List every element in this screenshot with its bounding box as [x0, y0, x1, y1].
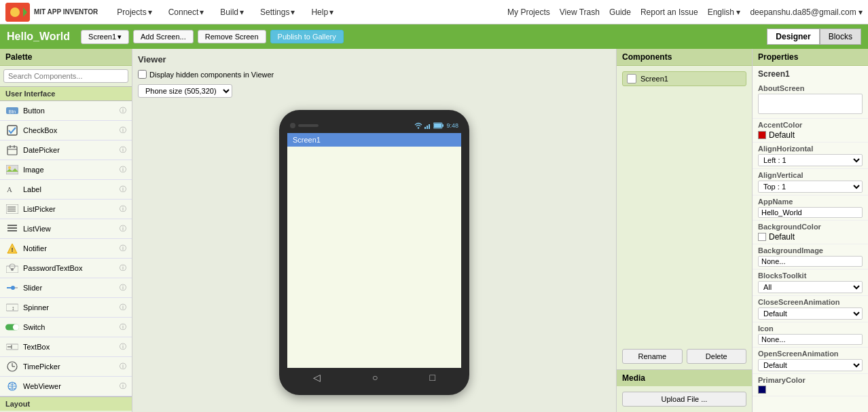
switch-info-icon[interactable]: ⓘ — [120, 322, 126, 332]
components-header: Components — [617, 49, 752, 66]
palette-item-timepicker[interactable]: TimePicker ⓘ — [0, 357, 132, 377]
textbox-icon — [5, 340, 19, 354]
component-tree: Screen1 — [617, 66, 752, 343]
rename-button[interactable]: Rename — [622, 349, 683, 364]
nav-build[interactable]: Build ▾ — [216, 7, 248, 17]
webviewer-info-icon[interactable]: ⓘ — [120, 381, 126, 391]
textbox-info-icon[interactable]: ⓘ — [120, 342, 126, 352]
blocks-toolkit-select[interactable]: All — [758, 281, 863, 293]
palette-item-button[interactable]: Btn Button ⓘ — [0, 101, 132, 121]
palette-item-image[interactable]: Image ⓘ — [0, 160, 132, 180]
designer-button[interactable]: Designer — [767, 29, 819, 45]
prop-background-image: BackgroundImage — [753, 244, 868, 269]
search-input[interactable] — [3, 69, 128, 83]
listpicker-info-icon[interactable]: ⓘ — [120, 204, 126, 214]
listpicker-icon — [5, 202, 19, 216]
nav-projects[interactable]: Projects ▾ — [113, 7, 156, 17]
nav-report-issue[interactable]: Report an Issue — [640, 7, 698, 17]
nav-my-projects[interactable]: My Projects — [507, 7, 550, 17]
palette-item-datepicker[interactable]: DatePicker ⓘ — [0, 141, 132, 160]
publish-gallery-button[interactable]: Publish to Gallery — [270, 30, 344, 43]
nav-help[interactable]: Help ▾ — [307, 7, 338, 17]
nav-connect[interactable]: Connect ▾ — [164, 7, 209, 17]
checkbox-info-icon[interactable]: ⓘ — [120, 126, 126, 135]
viewer-header: Viewer — [138, 54, 611, 64]
primary-color-value[interactable] — [758, 386, 863, 394]
prop-accent-color: AccentColor Default — [753, 119, 868, 143]
icon-input[interactable] — [758, 334, 863, 345]
palette-item-switch[interactable]: Switch ⓘ — [0, 318, 132, 337]
datepicker-info-icon[interactable]: ⓘ — [120, 145, 126, 155]
slider-info-icon[interactable]: ⓘ — [120, 283, 126, 293]
passwordtextbox-info-icon[interactable]: ⓘ — [120, 263, 126, 273]
nav-language[interactable]: English ▾ — [708, 7, 741, 17]
phone-camera — [290, 123, 295, 128]
listview-info-icon[interactable]: ⓘ — [120, 224, 126, 233]
button-info-icon[interactable]: ⓘ — [120, 106, 126, 115]
screen1-component[interactable]: Screen1 — [622, 71, 746, 86]
nav-user[interactable]: deepanshu.da85@gmail.com ▾ — [750, 7, 863, 17]
phone-bottom-bar: ◁ ○ □ — [287, 368, 461, 383]
accent-color-swatch — [758, 131, 766, 139]
svg-point-41 — [418, 127, 419, 128]
palette-item-notifier[interactable]: ! Notifier ⓘ — [0, 239, 132, 259]
datepicker-icon — [5, 143, 19, 157]
about-screen-input[interactable] — [758, 94, 863, 114]
palette-item-spinner[interactable]: ↕ Spinner ⓘ — [0, 298, 132, 318]
wifi-icon — [414, 122, 422, 129]
palette-item-textbox[interactable]: TextBox ⓘ — [0, 337, 132, 357]
svg-text:A: A — [7, 185, 12, 193]
notifier-info-icon[interactable]: ⓘ — [120, 244, 126, 253]
prop-close-animation: CloseScreenAnimation Default — [753, 296, 868, 322]
svg-rect-42 — [424, 127, 426, 129]
notifier-label: Notifier — [23, 244, 120, 252]
remove-screen-button[interactable]: Remove Screen — [198, 30, 266, 43]
svg-text:Btn: Btn — [9, 109, 16, 114]
bg-color-swatch — [758, 233, 766, 241]
nav-right: My Projects View Trash Guide Report an I… — [507, 7, 863, 17]
phone-speaker — [298, 124, 319, 127]
logo: MIT APP INVENTOR — [5, 3, 98, 22]
nav-settings[interactable]: Settings ▾ — [256, 7, 299, 17]
prop-icon: Icon — [753, 322, 868, 348]
accent-color-value[interactable]: Default — [758, 130, 863, 140]
nav-view-trash[interactable]: View Trash — [560, 7, 600, 17]
palette-item-listpicker[interactable]: ListPicker ⓘ — [0, 200, 132, 219]
open-animation-select[interactable]: Default — [758, 359, 863, 371]
prop-align-horizontal: AlignHorizontal Left : 1 — [753, 143, 868, 169]
blocks-button[interactable]: Blocks — [820, 29, 861, 45]
screen1-dropdown[interactable]: Screen1 ▾ — [81, 30, 129, 44]
timepicker-info-icon[interactable]: ⓘ — [120, 362, 126, 371]
webviewer-label: WebViewer — [23, 382, 120, 390]
logo-text: MIT APP INVENTOR — [34, 8, 98, 16]
hidden-components-checkbox[interactable]: Display hidden components in Viewer — [138, 70, 274, 79]
background-image-input[interactable] — [758, 256, 863, 267]
palette-item-slider[interactable]: Slider ⓘ — [0, 278, 132, 298]
spinner-info-icon[interactable]: ⓘ — [120, 303, 126, 312]
prop-primary-color: PrimaryColor — [753, 374, 868, 396]
phone-size-select[interactable]: Phone size (505,320) — [138, 84, 232, 98]
screen1-checkbox — [627, 74, 636, 83]
image-info-icon[interactable]: ⓘ — [120, 165, 126, 174]
delete-button[interactable]: Delete — [687, 349, 747, 364]
prop-app-name: AppName — [753, 195, 868, 221]
svg-point-24 — [11, 268, 14, 271]
upload-file-button[interactable]: Upload File ... — [622, 392, 746, 407]
palette-item-passwordtextbox[interactable]: PasswordTextBox ⓘ — [0, 259, 132, 278]
timepicker-icon — [5, 360, 19, 373]
palette-item-checkbox[interactable]: CheckBox ⓘ — [0, 121, 132, 141]
align-vertical-select[interactable]: Top : 1 — [758, 181, 863, 193]
align-horizontal-select[interactable]: Left : 1 — [758, 154, 863, 166]
nav-guide[interactable]: Guide — [609, 7, 631, 17]
bg-color-value[interactable]: Default — [758, 232, 863, 242]
svg-rect-43 — [427, 126, 428, 129]
close-animation-select[interactable]: Default — [758, 307, 863, 320]
phone-content — [287, 147, 461, 368]
app-name-input[interactable] — [758, 207, 863, 218]
palette-item-listview[interactable]: ListView ⓘ — [0, 219, 132, 239]
palette-item-label[interactable]: A Label ⓘ — [0, 180, 132, 200]
designer-blocks-toggle: Designer Blocks — [767, 29, 861, 45]
label-info-icon[interactable]: ⓘ — [120, 185, 126, 194]
palette-item-webviewer[interactable]: WebViewer ⓘ — [0, 377, 132, 396]
add-screen-button[interactable]: Add Screen... — [133, 30, 194, 43]
